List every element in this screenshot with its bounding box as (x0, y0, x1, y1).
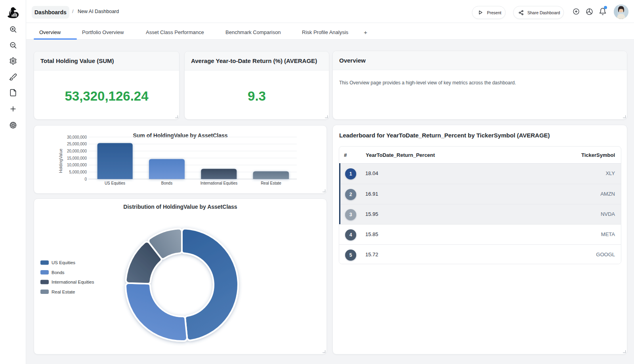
svg-text:US Equities: US Equities (105, 181, 125, 185)
svg-text:30,000,000: 30,000,000 (67, 135, 87, 139)
svg-text:0: 0 (84, 177, 87, 181)
svg-text:10,000,000: 10,000,000 (67, 163, 87, 167)
svg-text:US Equities: US Equities (52, 260, 75, 265)
svg-text:Bonds: Bonds (161, 181, 172, 185)
svg-text:Real Estate: Real Estate (52, 290, 75, 294)
svg-text:International Equities: International Equities (201, 181, 237, 185)
svg-text:5,000,000: 5,000,000 (69, 170, 87, 174)
svg-text:15,000,000: 15,000,000 (67, 156, 87, 160)
svg-text:HoldingValue: HoldingValue (58, 149, 63, 173)
svg-text:25,000,000: 25,000,000 (67, 142, 87, 146)
svg-text:Real Estate: Real Estate (261, 181, 281, 185)
svg-text:20,000,000: 20,000,000 (67, 149, 87, 153)
svg-text:International Equities: International Equities (52, 280, 94, 284)
svg-text:Bonds: Bonds (52, 270, 65, 275)
